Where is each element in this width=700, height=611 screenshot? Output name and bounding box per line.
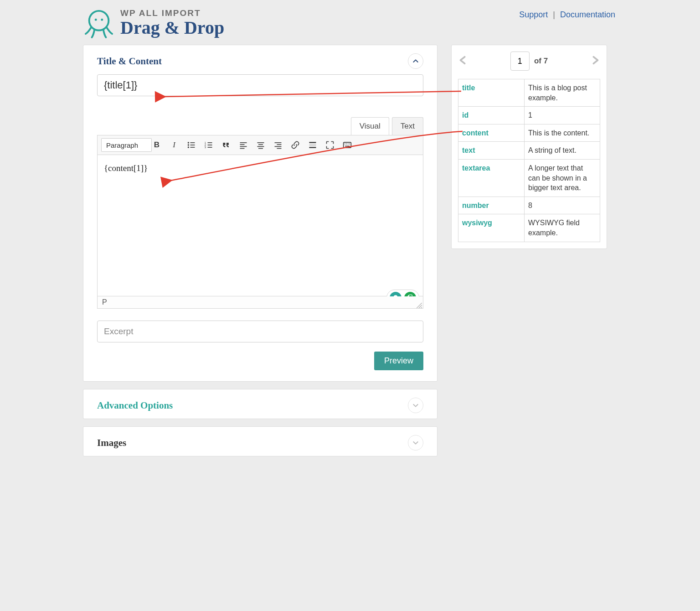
top-links: Support | Documentation [519,7,615,20]
bulleted-list-icon [187,140,196,150]
editor-content-area[interactable]: {content[1]} G [97,155,423,296]
link-button[interactable] [289,139,302,151]
blockquote-button[interactable] [220,139,232,151]
align-right-button[interactable] [272,139,284,151]
record-value: 1 [525,107,600,124]
record-value: This is the content. [525,124,600,142]
svg-rect-19 [257,142,264,143]
chevron-down-icon [412,439,419,446]
svg-rect-16 [240,144,245,145]
content-editor: Visual Text Paragraph ▾ B I [97,117,423,309]
record-key[interactable]: textarea [458,159,525,197]
svg-rect-12 [208,145,212,145]
editor-toolbar: Paragraph ▾ B I 123 [97,135,423,155]
table-row[interactable]: number8 [458,197,600,214]
svg-rect-25 [275,146,282,147]
page-of-label: of 7 [534,57,548,66]
table-row[interactable]: textareaA longer text that can be shown … [458,159,600,197]
support-link[interactable]: Support [519,10,548,19]
svg-rect-31 [345,144,345,145]
svg-point-5 [188,144,189,145]
keyboard-icon [343,140,352,150]
svg-rect-23 [275,142,282,143]
chevron-up-icon [412,57,419,65]
svg-rect-32 [346,144,347,145]
record-value: 8 [525,197,600,214]
pager-next-button[interactable] [590,54,600,68]
record-key[interactable]: content [458,124,525,142]
numbered-list-button[interactable]: 123 [202,139,215,151]
collapse-images-button[interactable] [408,435,423,450]
fullscreen-button[interactable] [324,139,336,151]
align-center-button[interactable] [254,139,267,151]
preview-button[interactable]: Preview [374,352,423,370]
svg-rect-17 [240,146,247,147]
panel-images: Images [83,426,438,456]
table-row[interactable]: contentThis is the content. [458,124,600,142]
record-key[interactable]: wysiwyg [458,214,525,242]
insert-more-button[interactable] [306,139,319,151]
chevron-down-icon [412,402,419,409]
link-icon [291,140,300,150]
resize-handle-icon[interactable] [417,302,422,307]
quote-icon [221,140,231,150]
excerpt-input[interactable] [97,321,423,342]
svg-rect-34 [349,144,350,145]
italic-button[interactable]: I [168,139,180,151]
format-select[interactable]: Paragraph [101,138,152,152]
svg-rect-10 [208,142,212,143]
pager-prev-button[interactable] [458,54,468,68]
svg-rect-20 [258,144,263,145]
record-key[interactable]: number [458,197,525,214]
toolbar-toggle-button[interactable] [341,139,354,151]
panel-images-heading: Images [97,437,126,449]
svg-rect-33 [348,144,349,145]
svg-point-1 [95,19,97,21]
table-row[interactable]: wysiwygWYSIWYG field example. [458,214,600,242]
svg-rect-21 [257,146,264,147]
table-row[interactable]: textA string of text. [458,142,600,160]
editor-status-bar: P [97,296,423,309]
panel-title-content: Title & Content Visual Text [83,45,438,382]
tab-text[interactable]: Text [392,117,423,135]
topbar: WP ALL IMPORT Drag & Drop Support | Docu… [83,5,617,45]
align-left-button[interactable] [237,139,250,151]
title-input[interactable] [97,74,423,96]
record-key[interactable]: text [458,142,525,160]
record-table: titleThis is a blog post example.id1cont… [458,79,600,242]
numbered-list-icon: 123 [204,140,213,150]
svg-point-0 [89,11,109,31]
fullscreen-icon [325,140,335,150]
collapse-advanced-button[interactable] [408,398,423,413]
align-center-icon [256,140,265,150]
tab-visual[interactable]: Visual [351,117,389,135]
svg-point-3 [188,142,189,143]
editor-status-path: P [102,298,107,306]
bulleted-list-button[interactable] [185,139,198,151]
record-value: WYSIWYG field example. [525,214,600,242]
svg-rect-28 [309,145,316,145]
record-value: A string of text. [525,142,600,160]
svg-rect-14 [208,147,212,148]
svg-rect-22 [258,148,263,149]
panel-title-content-heading: Title & Content [97,56,162,67]
svg-rect-4 [190,142,195,143]
bold-button[interactable]: B [150,139,163,151]
record-value: A longer text that can be shown in a big… [525,159,600,197]
record-value: This is a blog post example. [525,79,600,107]
svg-point-2 [101,19,103,21]
record-key[interactable]: id [458,107,525,124]
svg-rect-8 [190,147,195,148]
record-key[interactable]: title [458,79,525,107]
brand-eyebrow: WP ALL IMPORT [120,8,224,18]
page-number-input[interactable] [510,52,530,71]
read-more-icon [308,140,317,150]
panel-advanced-heading: Advanced Options [97,400,173,411]
brand: WP ALL IMPORT Drag & Drop [85,7,224,40]
documentation-link[interactable]: Documentation [560,10,615,19]
svg-rect-35 [345,146,350,147]
table-row[interactable]: titleThis is a blog post example. [458,79,600,107]
app-logo-icon [85,9,113,40]
collapse-title-content-button[interactable] [408,53,423,69]
table-row[interactable]: id1 [458,107,600,124]
